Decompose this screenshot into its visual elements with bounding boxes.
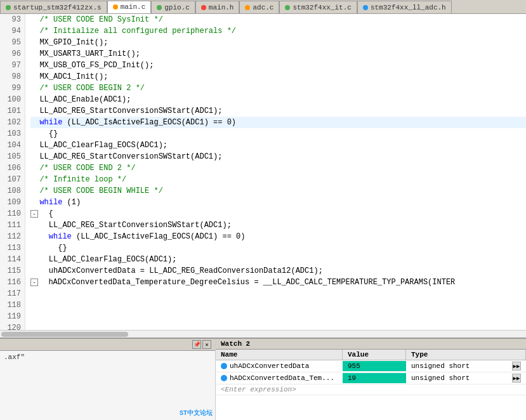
line-number-114: 114 bbox=[4, 254, 21, 265]
line-number-120: 120 bbox=[4, 322, 21, 330]
line-number-106: 106 bbox=[4, 162, 21, 174]
tab-icon-adc bbox=[245, 5, 250, 10]
line-number-112: 112 bbox=[4, 231, 21, 242]
watch-enter-expression[interactable]: <Enter expression> bbox=[216, 384, 526, 395]
tab-adc[interactable]: adc.c bbox=[239, 1, 279, 13]
tab-label-main-c: main.c bbox=[121, 3, 146, 11]
code-line-105: while (LL_ADC_IsActiveFlag_EOCS(ADC1) ==… bbox=[30, 117, 526, 128]
watch-title: Watch 2 bbox=[221, 340, 250, 348]
line-number-94: 94 bbox=[4, 25, 21, 37]
horizontal-scrollbar[interactable] bbox=[0, 330, 526, 338]
watch-row-2-type-text: unsigned short bbox=[411, 374, 470, 382]
line-number-99: 99 bbox=[4, 82, 21, 94]
line-number-95: 95 bbox=[4, 37, 21, 48]
line-number-98: 98 bbox=[4, 71, 21, 82]
tab-icon-main-h bbox=[201, 5, 206, 10]
line-number-97: 97 bbox=[4, 60, 21, 71]
watch-row-1: uhADCxConvertedData 955 unsigned short ▶… bbox=[216, 360, 526, 372]
tab-icon-main-c bbox=[113, 4, 118, 10]
code-line-120: LL_ADC_ClearFlag_EOCS(ADC1); bbox=[30, 254, 526, 265]
line-number-107: 107 bbox=[4, 174, 21, 185]
line-number-119: 119 bbox=[4, 311, 21, 322]
tab-icon-stm32f4xx-ll-adc bbox=[363, 5, 368, 10]
h-scroll-thumb[interactable] bbox=[1, 332, 128, 337]
tab-label-stm32f4xx-it: stm32f4xx_it.c bbox=[293, 4, 351, 11]
line-number-115: 115 bbox=[4, 265, 21, 277]
tab-label-gpio: gpio.c bbox=[164, 4, 190, 11]
code-line-95: /* Initialize all configured peripherals… bbox=[30, 25, 526, 37]
line-number-103: 103 bbox=[4, 128, 21, 140]
panel-pin-button[interactable]: 📌 bbox=[192, 340, 201, 349]
watch-col-header-type: Type bbox=[406, 350, 526, 360]
corner-logo: ST中文论坛 bbox=[180, 409, 213, 417]
left-panel: 📌 ✕ .axf" ST中文论坛 bbox=[0, 339, 216, 420]
code-line-113: /* Infinite loop */ bbox=[30, 174, 526, 185]
watch-row-2-expand[interactable]: ▶▶ bbox=[512, 374, 521, 383]
code-line-117: LL_ADC_REG_StartConversionSWStart(ADC1); bbox=[30, 220, 526, 231]
left-panel-filename: .axf" bbox=[4, 353, 25, 361]
code-line-102: LL_ADC_Enable(ADC1); bbox=[30, 94, 526, 105]
watch-row-2-value[interactable]: 19 bbox=[343, 373, 406, 383]
watch-row-1-icon bbox=[221, 363, 227, 369]
tab-gpio[interactable]: gpio.c bbox=[151, 1, 195, 13]
left-panel-content: .axf" bbox=[0, 351, 215, 364]
watch-panel: Watch 2 Name Value Type uhADCxConvertedD… bbox=[216, 339, 526, 420]
line-number-96: 96 bbox=[4, 48, 21, 60]
line-number-102: 102 bbox=[4, 117, 21, 128]
panel-close-button[interactable]: ✕ bbox=[202, 340, 211, 349]
watch-row-1-expand[interactable]: ▶▶ bbox=[512, 362, 521, 371]
watch-col-header-value: Value bbox=[343, 350, 406, 360]
watch-row-2-name-text: hADCxConvertedData_Tem... bbox=[230, 374, 334, 382]
code-line-98: MX_USB_OTG_FS_PCD_Init(); bbox=[30, 60, 526, 71]
code-line-100: /* USER CODE BEGIN 2 */ bbox=[30, 82, 526, 94]
line-number-113: 113 bbox=[4, 242, 21, 254]
tab-bar: startup_stm32f412zx.s main.c gpio.c main… bbox=[0, 0, 526, 14]
line-number-108: 108 bbox=[4, 185, 21, 197]
code-line-108: LL_ADC_REG_StartConversionSWStart(ADC1); bbox=[30, 151, 526, 162]
code-line-93: /* USER CODE END SysInit */ bbox=[30, 14, 526, 25]
watch-row-1-value[interactable]: 955 bbox=[343, 361, 406, 371]
tab-startup[interactable]: startup_stm32f412zx.s bbox=[0, 1, 107, 13]
line-number-116: 116 bbox=[4, 277, 21, 288]
code-content: 93949596979899100101102103104105▶1061071… bbox=[0, 14, 526, 330]
watch-panel-header: Watch 2 bbox=[216, 339, 526, 350]
tab-icon-startup bbox=[6, 5, 11, 10]
watch-row-1-name-text: uhADCxConvertedData bbox=[230, 362, 309, 370]
tab-icon-gpio bbox=[157, 5, 162, 10]
code-line-116: - { bbox=[30, 208, 526, 220]
line-number-110: 110 bbox=[4, 208, 21, 220]
tab-label-startup: startup_stm32f412zx.s bbox=[13, 4, 102, 11]
line-number-93: 93 bbox=[4, 14, 21, 25]
tab-label-main-h: main.h bbox=[209, 4, 234, 11]
tab-main-c[interactable]: main.c bbox=[107, 1, 152, 13]
line-number-101: 101 bbox=[4, 105, 21, 117]
watch-table: Name Value Type uhADCxConvertedData 955 … bbox=[216, 350, 526, 420]
editor-area: 93949596979899100101102103104105▶1061071… bbox=[0, 14, 526, 338]
tab-main-h[interactable]: main.h bbox=[195, 1, 240, 13]
watch-row-1-name[interactable]: uhADCxConvertedData bbox=[216, 361, 343, 371]
expand-collapse-btn[interactable]: - bbox=[30, 279, 38, 286]
line-number-118: 118 bbox=[4, 299, 21, 311]
watch-row-2: hADCxConvertedData_Tem... 19 unsigned sh… bbox=[216, 372, 526, 384]
code-line-111: /* USER CODE END 2 */ bbox=[30, 162, 526, 174]
code-line-114: /* USER CODE BEGIN WHILE */ bbox=[30, 185, 526, 197]
code-line-122: uhADCxConvertedData = LL_ADC_REG_ReadCon… bbox=[30, 265, 526, 277]
tab-stm32f4xx-ll-adc[interactable]: stm32f4xx_ll_adc.h bbox=[357, 1, 452, 13]
expand-collapse-btn[interactable]: - bbox=[30, 210, 38, 218]
panel-controls: 📌 ✕ bbox=[192, 340, 211, 349]
code-line-103: LL_ADC_REG_StartConversionSWStart(ADC1); bbox=[30, 105, 526, 117]
code-line-106: {} bbox=[30, 128, 526, 140]
left-panel-header: 📌 ✕ bbox=[0, 339, 215, 351]
code-lines-container[interactable]: /* USER CODE END SysInit */ /* Initializ… bbox=[25, 14, 526, 330]
code-line-96: MX_GPIO_Init(); bbox=[30, 37, 526, 48]
line-number-109: 109 bbox=[4, 197, 21, 208]
tab-icon-stm32f4xx-it bbox=[285, 5, 290, 10]
code-line-115: while (1) bbox=[30, 197, 526, 208]
code-line-99: MX_ADC1_Init(); bbox=[30, 71, 526, 82]
watch-row-2-name[interactable]: hADCxConvertedData_Tem... bbox=[216, 373, 343, 383]
tab-stm32f4xx-it[interactable]: stm32f4xx_it.c bbox=[279, 1, 357, 13]
line-number-104: 104 bbox=[4, 140, 21, 151]
tab-label-adc: adc.c bbox=[253, 4, 273, 11]
watch-enter-row[interactable]: <Enter expression> bbox=[216, 384, 526, 395]
code-line-107: LL_ADC_ClearFlag_EOCS(ADC1); bbox=[30, 140, 526, 151]
